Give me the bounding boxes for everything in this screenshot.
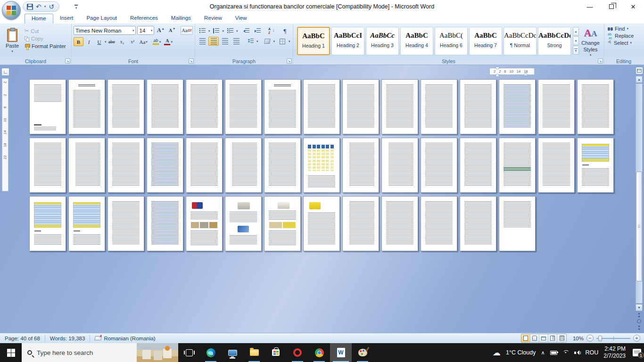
scrollbar-thumb[interactable] (636, 172, 642, 281)
subscript-button[interactable]: x₂ (117, 37, 127, 46)
page-indicator[interactable]: Page: 40 of 68 (0, 333, 45, 343)
numbering-button[interactable] (211, 26, 222, 35)
select-button[interactable]: Select▾ (606, 40, 641, 46)
bold-button[interactable]: B (74, 37, 83, 46)
align-left-button[interactable] (197, 37, 207, 46)
style-strong[interactable]: AaBbCcDcStrong (538, 27, 571, 55)
page-thumbnail[interactable] (107, 196, 144, 251)
underline-button[interactable]: U (94, 37, 104, 46)
decrease-indent-button[interactable] (241, 26, 252, 35)
bullets-dropdown-icon[interactable]: ▾ (208, 29, 210, 33)
restore-button[interactable] (601, 0, 622, 13)
page-thumbnail[interactable] (538, 138, 575, 193)
redo-icon[interactable]: ↺ (49, 3, 54, 10)
zoom-slider-thumb[interactable] (598, 336, 602, 341)
tab-selector-button[interactable]: ∟ (1, 68, 9, 76)
page-thumbnail[interactable] (29, 196, 66, 251)
tab-review[interactable]: Review (198, 14, 229, 24)
zoom-level[interactable]: 10% (570, 336, 584, 341)
font-family-combobox[interactable]: Times New Roman▾ (74, 26, 136, 35)
zoom-slider[interactable] (596, 335, 630, 342)
page-thumbnail[interactable] (147, 79, 183, 134)
page-thumbnail[interactable] (303, 138, 340, 193)
style-heading-6[interactable]: AaBbC(Heading 6 (435, 27, 468, 55)
speaker-icon[interactable] (574, 350, 580, 355)
grow-font-button[interactable]: A▲ (156, 26, 165, 35)
clock[interactable]: 2:42 PM 2/7/2023 (603, 346, 626, 360)
page-thumbnail[interactable] (342, 79, 379, 134)
ruler-toggle-button[interactable] (636, 67, 643, 74)
style--normal[interactable]: AaBbCcDc¶ Normal (504, 27, 537, 55)
underline-dropdown-icon[interactable]: ▾ (105, 40, 107, 44)
outline-view-button[interactable] (548, 334, 557, 342)
page-thumbnail[interactable] (421, 138, 457, 193)
taskbar-store-button[interactable] (265, 343, 287, 362)
customize-qat-icon[interactable]: ▾ (74, 5, 78, 10)
page-thumbnail[interactable] (460, 138, 496, 193)
styles-scroll-down-button[interactable]: ▼ (573, 36, 579, 45)
font-dialog-launcher[interactable]: ↘ (189, 58, 194, 64)
page-thumbnail[interactable] (499, 138, 536, 193)
style-heading-3[interactable]: AaBbCcHeading 3 (366, 27, 399, 55)
undo-dropdown-icon[interactable]: ▾ (44, 5, 46, 8)
text-highlight-button[interactable]: ab ▾ (151, 37, 163, 46)
scrollbar-track[interactable] (636, 83, 643, 304)
font-size-combobox[interactable]: 14▾ (137, 26, 154, 35)
find-button[interactable]: Find▾ (606, 26, 641, 32)
shading-dropdown-icon[interactable]: ▾ (273, 40, 275, 43)
page-thumbnail[interactable] (499, 79, 536, 134)
taskbar-edge-button[interactable] (200, 343, 222, 362)
page-thumbnail[interactable] (303, 196, 340, 251)
full-screen-reading-view-button[interactable] (530, 334, 539, 342)
show-hide-paragraph-button[interactable]: ¶ (280, 26, 290, 35)
page-thumbnail[interactable] (68, 79, 105, 134)
save-icon[interactable] (27, 4, 33, 10)
page-thumbnail[interactable] (225, 79, 262, 134)
tab-home[interactable]: Home (25, 14, 53, 24)
web-layout-view-button[interactable] (539, 334, 548, 342)
page-thumbnail[interactable] (29, 79, 66, 134)
scroll-up-button[interactable]: ▲ (636, 76, 643, 83)
style-heading-7[interactable]: AaBbCHeading 7 (469, 27, 502, 55)
language-indicator[interactable]: Romanian (Romania) (90, 333, 160, 343)
style-heading-2[interactable]: AaBbCcIHeading 2 (331, 27, 364, 55)
page-thumbnail[interactable] (147, 196, 183, 251)
draft-view-button[interactable] (557, 334, 566, 342)
notification-center-icon[interactable]: 1 (633, 349, 641, 356)
input-language[interactable]: ROU (586, 349, 599, 356)
print-layout-view-button[interactable] (521, 334, 530, 342)
align-center-button[interactable] (208, 37, 219, 46)
style-heading-1[interactable]: AaBbCHeading 1 (297, 27, 330, 55)
borders-button[interactable] (277, 37, 288, 46)
next-page-button[interactable]: ▼▼ (636, 324, 643, 331)
line-spacing-button[interactable] (245, 37, 256, 46)
cut-button[interactable]: ✂Cut (25, 28, 66, 34)
tab-insert[interactable]: Insert (53, 14, 80, 24)
align-right-button[interactable] (220, 37, 230, 46)
page-thumbnail[interactable] (186, 138, 223, 193)
zoom-out-button[interactable]: − (586, 335, 594, 342)
tab-page-layout[interactable]: Page Layout (80, 14, 124, 24)
page-thumbnail[interactable] (421, 196, 457, 251)
office-button[interactable] (2, 1, 21, 20)
superscript-button[interactable]: x² (128, 37, 138, 46)
styles-more-button[interactable]: ▼ (573, 46, 579, 55)
page-thumbnail[interactable] (68, 196, 105, 251)
tab-view[interactable]: View (229, 14, 254, 24)
page-thumbnail[interactable] (460, 196, 496, 251)
font-color-dropdown-icon[interactable]: ▾ (171, 40, 173, 44)
horizontal-ruler[interactable]: 226101418 (489, 68, 535, 75)
paste-dropdown-icon[interactable]: ▾ (11, 49, 13, 53)
page-thumbnail[interactable] (29, 138, 66, 193)
word-count[interactable]: Words: 19,383 (45, 333, 90, 343)
styles-scroll-up-button[interactable]: ▲ (573, 27, 579, 36)
line-spacing-dropdown-icon[interactable]: ▾ (256, 40, 258, 43)
taskbar-paint-button[interactable] (352, 343, 373, 362)
italic-button[interactable]: I (84, 37, 94, 46)
page-thumbnail[interactable] (577, 138, 614, 193)
page-thumbnail[interactable] (421, 79, 457, 134)
previous-page-button[interactable]: ▲▲ (636, 311, 643, 318)
page-thumbnail[interactable] (68, 138, 105, 193)
page-thumbnail[interactable] (107, 79, 144, 134)
page-thumbnail[interactable] (342, 138, 379, 193)
